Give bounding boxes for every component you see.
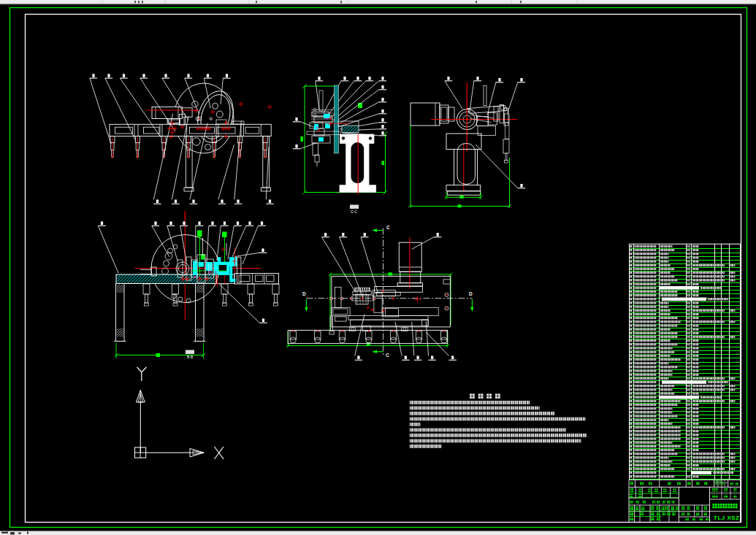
svg-text:D: D: [469, 291, 473, 296]
svg-text:C: C: [386, 353, 389, 358]
svg-text:D: D: [302, 291, 306, 296]
svg-text:TLJ XSZ: TLJ XSZ: [714, 515, 740, 521]
svg-text:B-B: B-B: [187, 355, 194, 359]
svg-text:C: C: [386, 225, 390, 230]
svg-text:C-C: C-C: [351, 209, 357, 214]
